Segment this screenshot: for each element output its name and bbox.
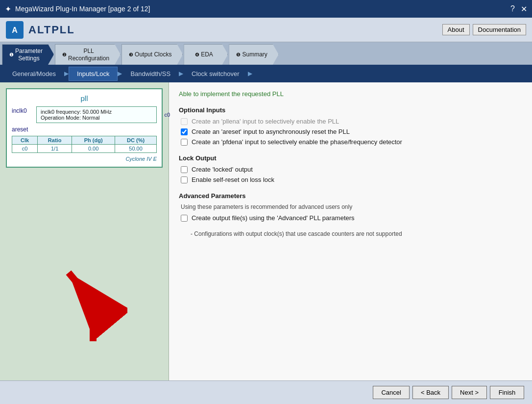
svg-text:A: A — [12, 26, 18, 34]
title-bar-controls: ? ✕ — [510, 4, 527, 14]
col-clk: Clk — [12, 136, 38, 145]
pll-info-line1: inclk0 frequency: 50.000 MHz — [41, 109, 152, 115]
finish-button[interactable]: Finish — [490, 386, 524, 399]
main-content: pll inclk0 inclk0 frequency: 50.000 MHz … — [0, 82, 532, 380]
pfdena-checkbox[interactable] — [181, 139, 188, 146]
logo-text: ALTPLL — [28, 24, 75, 36]
subtab-bandwidth-ss-label: Bandwidth/SS — [130, 70, 170, 77]
subtab-inputs-lock-label: Inputs/Lock — [77, 70, 110, 77]
col-ph: Ph (dg) — [72, 136, 115, 145]
tab4-number: ❹ — [195, 52, 199, 58]
subtab-inputs-lock[interactable]: Inputs/Lock — [69, 67, 118, 81]
subtab-nav: General/Modes ▶ Inputs/Lock ▶ Bandwidth/… — [0, 65, 532, 82]
tab1-number: ❶ — [9, 52, 14, 58]
tab4-label: EDA — [201, 51, 213, 58]
about-button[interactable]: About — [442, 24, 470, 35]
advanced-note: Using these parameters is recommended fo… — [179, 203, 522, 210]
header-buttons: About Documentation — [442, 24, 526, 35]
right-panel: Able to implement the requested PLL Opti… — [169, 82, 532, 380]
advanced-checkbox[interactable] — [181, 215, 188, 222]
arrow4: ▶ — [248, 70, 252, 77]
tab-nav: ❶ ParameterSettings ❷ PLLReconfiguration… — [0, 42, 532, 65]
cell-ph-c0: 0.00 — [72, 145, 115, 153]
subtab-bandwidth-ss[interactable]: Bandwidth/SS — [122, 67, 179, 81]
cell-dc-c0: 50.00 — [115, 145, 157, 153]
tab-summary[interactable]: ❺ Summary — [229, 44, 278, 65]
app-icon: ✦ — [5, 4, 11, 14]
tab2-label: PLLReconfiguration — [68, 48, 109, 62]
optional-inputs-group: Create an 'pllena' input to selectively … — [179, 118, 522, 146]
tab3-number: ❸ — [129, 52, 133, 58]
pll-info-box: inclk0 frequency: 50.000 MHz Operation M… — [36, 106, 157, 123]
tab-pll-reconfiguration[interactable]: ❷ PLLReconfiguration — [55, 44, 121, 65]
title-bar-left: ✦ MegaWizard Plug-In Manager [page 2 of … — [5, 4, 150, 14]
red-arrow — [59, 263, 127, 341]
tab-output-clocks[interactable]: ❸ Output Clocks — [121, 44, 183, 65]
pll-table: Clk Ratio Ph (dg) DC (%) c0 1/1 0.00 50.… — [12, 136, 157, 153]
pllena-checkbox[interactable] — [181, 118, 188, 125]
bottom-bar: Cancel < Back Next > Finish — [0, 380, 532, 404]
advanced-label: Create output file(s) using the 'Advance… — [192, 214, 355, 222]
logo-icon: A — [6, 21, 24, 39]
table-row: c0 1/1 0.00 50.00 — [12, 145, 157, 153]
lock-output-group: Create 'locked' output Enable self-reset… — [179, 166, 522, 183]
subtab-general-modes[interactable]: General/Modes — [4, 67, 64, 81]
pfdena-row: Create an 'pfdena' input to selectively … — [181, 138, 522, 146]
tab2-number: ❷ — [62, 52, 67, 58]
subtab-general-modes-label: General/Modes — [12, 70, 56, 77]
advanced-group: Create output file(s) using the 'Advance… — [179, 214, 522, 222]
lock-output-title: Lock Output — [179, 154, 522, 162]
pll-diagram: pll inclk0 inclk0 frequency: 50.000 MHz … — [6, 88, 163, 168]
window-title: MegaWizard Plug-In Manager [page 2 of 12… — [15, 5, 150, 13]
c0-output-label: c0 — [164, 112, 170, 118]
pllena-row: Create an 'pllena' input to selectively … — [181, 118, 522, 125]
cell-ratio-c0: 1/1 — [38, 145, 72, 153]
locked-checkbox[interactable] — [181, 166, 188, 173]
inclk0-label: inclk0 — [12, 106, 36, 114]
title-bar: ✦ MegaWizard Plug-In Manager [page 2 of … — [0, 0, 532, 18]
pll-info-line2: Operation Mode: Normal — [41, 115, 152, 121]
pfdena-label: Create an 'pfdena' input to selectively … — [192, 138, 402, 146]
close-button[interactable]: ✕ — [521, 4, 527, 14]
areset-label: Create an 'areset' input to asynchronous… — [192, 128, 350, 135]
tab-eda[interactable]: ❹ EDA — [184, 44, 228, 65]
pll-areset-row: areset — [12, 125, 157, 133]
table-header-row: Clk Ratio Ph (dg) DC (%) — [12, 136, 157, 145]
col-dc: DC (%) — [115, 136, 157, 145]
tab-parameter-settings[interactable]: ❶ ParameterSettings — [2, 44, 54, 65]
tab1-label: ParameterSettings — [15, 48, 43, 62]
back-button[interactable]: < Back — [412, 386, 449, 399]
arrow2: ▶ — [118, 70, 122, 77]
advanced-title: Advanced Parameters — [179, 192, 522, 200]
tab5-label: Summary — [242, 51, 267, 58]
subtab-clock-switchover[interactable]: Clock switchover — [183, 67, 248, 81]
areset-label: areset — [12, 125, 36, 133]
selfreset-row: Enable self-reset on loss lock — [181, 176, 522, 183]
tab3-label: Output Clocks — [135, 51, 171, 58]
arrow1: ▶ — [64, 70, 69, 77]
device-label: Cyclone IV E — [12, 156, 157, 162]
selfreset-label: Enable self-reset on loss lock — [192, 176, 274, 183]
arrow3: ▶ — [179, 70, 183, 77]
advanced-checkbox-row: Create output file(s) using the 'Advance… — [181, 214, 522, 222]
status-line: Able to implement the requested PLL — [179, 90, 522, 98]
logo-area: A ALTPLL — [6, 21, 75, 39]
areset-checkbox[interactable] — [181, 128, 188, 135]
col-ratio: Ratio — [38, 136, 72, 145]
documentation-button[interactable]: Documentation — [473, 24, 526, 35]
pll-inclk0-row: inclk0 inclk0 frequency: 50.000 MHz Oper… — [12, 106, 157, 123]
cancel-button[interactable]: Cancel — [373, 386, 409, 399]
locked-row: Create 'locked' output — [181, 166, 522, 173]
help-button[interactable]: ? — [510, 4, 515, 13]
subtab-clock-switchover-label: Clock switchover — [192, 70, 240, 77]
areset-row: Create an 'areset' input to asynchronous… — [181, 128, 522, 135]
cell-clk-c0: c0 — [12, 145, 38, 153]
pll-title: pll — [12, 94, 157, 102]
left-panel: pll inclk0 inclk0 frequency: 50.000 MHz … — [0, 82, 169, 380]
selfreset-checkbox[interactable] — [181, 177, 188, 183]
tab5-number: ❺ — [236, 52, 241, 58]
advanced-note2: - Configurations with output clock(s) th… — [179, 230, 522, 237]
optional-inputs-title: Optional Inputs — [179, 106, 522, 114]
locked-label: Create 'locked' output — [192, 166, 253, 173]
next-button[interactable]: Next > — [452, 386, 487, 399]
